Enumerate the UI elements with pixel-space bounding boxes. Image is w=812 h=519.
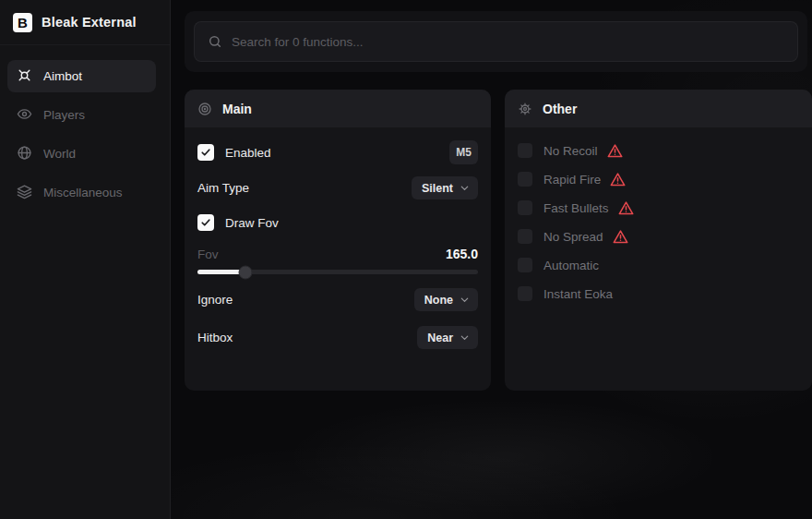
globe-icon — [17, 145, 32, 163]
rapid-fire-row: Rapid Fire — [518, 169, 799, 189]
sidebar-item-world[interactable]: World — [7, 138, 156, 170]
sidebar-header: B Bleak External — [0, 0, 170, 45]
chevron-down-icon — [460, 183, 470, 193]
fov-slider-track[interactable] — [197, 270, 478, 274]
fov-value: 165.0 — [446, 247, 478, 261]
aim-type-value: Silent — [422, 182, 453, 195]
search-input[interactable] — [232, 35, 784, 49]
instant-eoka-label: Instant Eoka — [543, 287, 613, 301]
draw-fov-checkbox[interactable] — [197, 214, 214, 231]
warning-triangle-icon — [607, 143, 623, 159]
sidebar-item-label: Players — [43, 108, 85, 122]
fast-bullets-row: Fast Bullets — [518, 198, 799, 218]
main-panel-header: Main — [185, 90, 491, 127]
no-spread-row: No Spread — [518, 226, 799, 247]
search-icon — [208, 34, 222, 49]
sidebar-item-label: Aimbot — [43, 69, 82, 83]
sidebar-item-aimbot[interactable]: Aimbot — [7, 60, 156, 92]
warning-triangle-icon — [610, 172, 626, 187]
instant-eoka-row: Instant Eoka — [518, 284, 799, 304]
hitbox-label: Hitbox — [197, 331, 233, 344]
crosshair-icon — [17, 67, 32, 86]
automatic-label: Automatic — [543, 259, 599, 272]
fast-bullets-checkbox[interactable] — [518, 200, 532, 215]
no-spread-checkbox[interactable] — [518, 229, 532, 244]
aim-type-label: Aim Type — [197, 181, 249, 195]
fov-label: Fov — [197, 247, 219, 261]
no-spread-label: No Spread — [543, 230, 603, 244]
warning-triangle-icon — [613, 229, 628, 245]
chevron-down-icon — [460, 332, 470, 343]
eye-icon — [17, 106, 32, 125]
app-title: Bleak External — [42, 15, 137, 30]
enabled-keybind-button[interactable]: M5 — [449, 140, 478, 164]
automatic-row: Automatic — [518, 255, 799, 275]
aim-type-row: Aim Type Silent — [197, 176, 478, 199]
fov-slider — [197, 270, 478, 274]
sidebar: B Bleak External Aimbot Players — [0, 0, 171, 519]
enabled-checkbox[interactable] — [197, 144, 214, 161]
draw-fov-row: Draw Fov — [197, 211, 478, 234]
draw-fov-label: Draw Fov — [225, 216, 279, 230]
main-panel: Main Enabled M5 Aim Type Silent — [185, 90, 491, 391]
logo-letter: B — [18, 15, 28, 30]
other-panel-body: No Recoil Rapid Fire Fast Bullets No Spr… — [505, 127, 812, 323]
automatic-checkbox[interactable] — [518, 258, 532, 272]
hitbox-row: Hitbox Near — [197, 326, 478, 349]
chevron-down-icon — [460, 295, 470, 305]
sidebar-item-miscellaneous[interactable]: Miscellaneous — [7, 176, 156, 209]
search-panel — [185, 11, 807, 72]
main-panel-title: Main — [222, 102, 252, 116]
aim-type-dropdown[interactable]: Silent — [412, 176, 478, 199]
other-panel: Other No Recoil Rapid Fire Fast Bullets — [505, 90, 812, 391]
ignore-dropdown[interactable]: None — [414, 288, 478, 311]
sidebar-item-label: Miscellaneous — [43, 186, 123, 199]
search-input-wrap[interactable] — [194, 21, 798, 62]
enabled-row: Enabled M5 — [197, 140, 478, 164]
sidebar-nav: Aimbot Players World — [0, 45, 170, 209]
ignore-value: None — [424, 294, 453, 307]
hitbox-value: Near — [427, 332, 453, 344]
no-recoil-label: No Recoil — [543, 144, 598, 158]
rapid-fire-label: Rapid Fire — [543, 173, 601, 187]
layers-icon — [17, 184, 32, 202]
instant-eoka-checkbox[interactable] — [518, 286, 532, 301]
enabled-label: Enabled — [225, 146, 271, 160]
sidebar-item-label: World — [43, 147, 76, 161]
fov-slider-thumb[interactable] — [238, 265, 252, 279]
other-panel-title: Other — [543, 102, 577, 116]
ignore-label: Ignore — [197, 293, 233, 307]
fov-row: Fov 165.0 — [197, 246, 478, 262]
no-recoil-row: No Recoil — [518, 140, 799, 161]
target-icon — [197, 102, 212, 116]
fast-bullets-label: Fast Bullets — [543, 201, 609, 215]
gear-icon — [518, 102, 532, 116]
sidebar-item-players[interactable]: Players — [7, 99, 156, 131]
other-panel-header: Other — [505, 90, 812, 127]
app-logo: B — [13, 13, 32, 32]
main-panel-body: Enabled M5 Aim Type Silent Draw Fov Fov … — [185, 127, 491, 360]
warning-triangle-icon — [618, 200, 634, 216]
ignore-row: Ignore None — [197, 288, 478, 311]
rapid-fire-checkbox[interactable] — [518, 172, 532, 187]
no-recoil-checkbox[interactable] — [518, 143, 532, 158]
hitbox-dropdown[interactable]: Near — [417, 326, 478, 349]
